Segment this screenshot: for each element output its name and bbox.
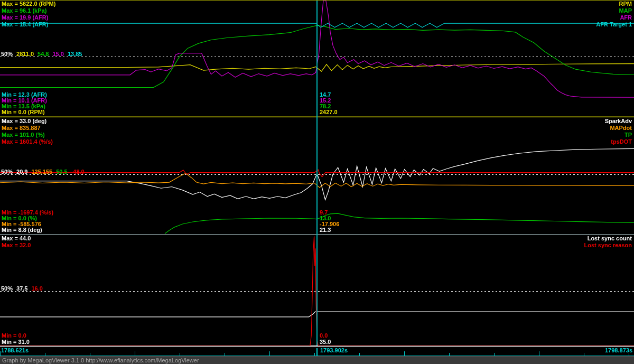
- status-bar: Graph by MegaLogViewer 3.1.0 http://www.…: [0, 356, 634, 364]
- time-tick: [269, 351, 270, 356]
- time-tick: [225, 353, 225, 356]
- time-tick: [45, 353, 45, 356]
- time-tick: [314, 353, 315, 356]
- time-tick: [404, 351, 405, 356]
- time-tick: [584, 353, 584, 356]
- cursor-tick: [316, 348, 318, 356]
- megalogviewer-window: Max = 5622.0 (RPM)Max = 96.1 (kPa)Max = …: [0, 0, 634, 364]
- time-tick: [359, 353, 360, 356]
- time-tick: [180, 353, 180, 356]
- time-tick: [90, 353, 90, 356]
- time-tick: [0, 351, 1, 356]
- time-tick: [629, 353, 629, 356]
- time-start-label: 1788.621s: [1, 347, 29, 353]
- time-tick: [449, 353, 450, 356]
- status-text: Graph by MegaLogViewer 3.1.0 http://www.…: [2, 357, 199, 363]
- time-tick: [494, 353, 495, 356]
- time-cursor-label: 1793.902s: [320, 347, 348, 353]
- graph-canvas[interactable]: [0, 0, 634, 347]
- time-tick: [539, 351, 539, 356]
- time-axis[interactable]: 1788.621s 1793.902s 1798.873s: [0, 347, 634, 356]
- time-tick: [135, 351, 135, 356]
